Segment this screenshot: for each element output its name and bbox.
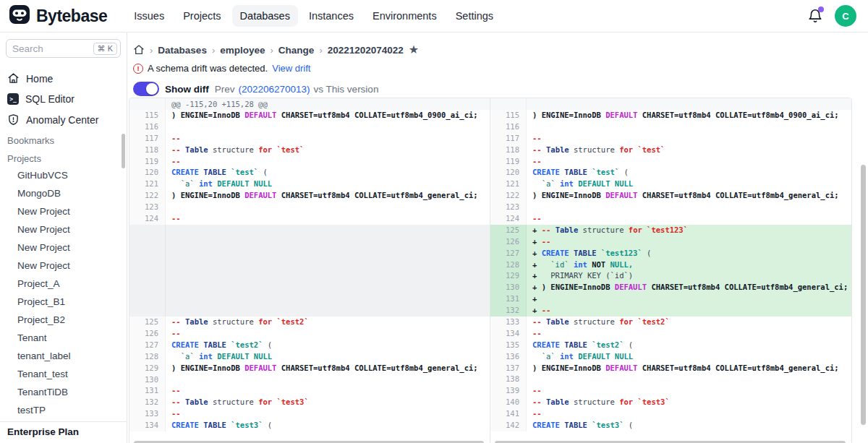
diff-panel-current: 115) ENGINE=InnoDB DEFAULT CHARSET=utf8m… <box>490 98 851 443</box>
user-avatar[interactable]: C <box>835 5 856 27</box>
diff-row-right-133: 133-- Table structure for `test2` <box>490 317 851 328</box>
diff-row-left-116: 116 <box>129 121 490 133</box>
diff-row-right-137: 137) ENGINE=InnoDB DEFAULT CHARSET=utf8m… <box>490 363 851 374</box>
bytebase-logo[interactable]: Bytebase <box>9 4 107 28</box>
diff-row-left-130: 130 <box>129 374 490 386</box>
diff-row-left-132: 132-- Table structure for `test3` <box>129 397 490 408</box>
sidebar: ⌘ K Home>_SQL EditorAnomaly Center Bookm… <box>0 33 127 443</box>
notifications-button[interactable] <box>807 8 823 24</box>
drift-warning: ! A schema drift was detected. View drif… <box>127 56 868 74</box>
sidebar-scrollbar[interactable] <box>122 134 125 168</box>
diff-row-left-119: 119-- <box>129 156 490 168</box>
sidebar-project-project_a[interactable]: Project_A <box>0 275 127 293</box>
nav-item-settings[interactable]: Settings <box>448 5 501 27</box>
nav-item-projects[interactable]: Projects <box>175 5 229 27</box>
nav-item-issues[interactable]: Issues <box>126 5 172 27</box>
hunk-header: @@ -115,20 +115,28 @@ <box>129 98 490 110</box>
diff-row-right-136: 136 `a` int DEFAULT NULL <box>490 351 851 363</box>
plan-badge: Enterprise Plan <box>0 421 127 443</box>
diff-row-right-116: 116 <box>490 121 851 133</box>
sidebar-project-tenanttidb[interactable]: TenantTiDB <box>0 383 127 401</box>
brand-name: Bytebase <box>36 7 107 26</box>
diff-row-right-122: 122) ENGINE=InnoDB DEFAULT CHARSET=utf8m… <box>490 190 851 202</box>
sidebar-project-new-project[interactable]: New Project <box>0 220 127 238</box>
page-vertical-scrollbar[interactable] <box>861 165 866 425</box>
prev-version-link[interactable]: (202206270013) <box>239 84 310 95</box>
bell-icon <box>807 14 823 26</box>
notification-dot <box>818 7 824 12</box>
hunk-header <box>490 98 851 110</box>
search-input[interactable] <box>12 43 93 54</box>
diff-row-left-121: 121 `a` int DEFAULT NULL <box>129 179 490 190</box>
home-icon <box>7 72 20 85</box>
diff-row-right-131: 131+ <box>490 293 851 305</box>
sidebar-project-testtp[interactable]: testTP <box>0 401 127 419</box>
sidebar-project-new-project[interactable]: New Project <box>0 257 127 275</box>
diff-row-right-134: 134-- <box>490 328 851 340</box>
diff-row-right-115: 115) ENGINE=InnoDB DEFAULT CHARSET=utf8m… <box>490 110 851 121</box>
star-icon[interactable]: ★ <box>409 44 419 56</box>
sidebar-project-githubvcs[interactable]: GitHubVCS <box>0 166 127 184</box>
diff-row-right-121: 121 `a` int DEFAULT NULL <box>490 179 851 190</box>
diff-row-left-115: 115) ENGINE=InnoDB DEFAULT CHARSET=utf8m… <box>129 110 490 121</box>
diff-row-right-140: 140-- Table structure for `test3` <box>490 397 851 408</box>
main-content: ›Databases›employee›Change›2022120207402… <box>127 33 868 443</box>
diff-row-left-118: 118-- Table structure for `test` <box>129 145 490 156</box>
sidebar-item-home[interactable]: Home <box>0 68 127 89</box>
breadcrumb-item[interactable]: employee <box>220 45 265 56</box>
alert-circle-icon: ! <box>133 64 143 74</box>
section-label-projects: Projects <box>0 148 127 166</box>
diff-row-left-133: 133-- <box>129 408 490 420</box>
diff-row-left-131: 131-- <box>129 385 490 397</box>
nav-item-databases[interactable]: Databases <box>232 5 298 27</box>
view-drift-link[interactable]: View drift <box>272 63 310 74</box>
sidebar-nav: Home>_SQL EditorAnomaly Center <box>0 68 127 130</box>
diff-row-right-138: 138 <box>490 374 851 385</box>
breadcrumb-item[interactable]: Databases <box>158 45 207 56</box>
diff-row-left-123: 123 <box>129 202 490 213</box>
sidebar-item-anomaly-center[interactable]: Anomaly Center <box>0 109 127 130</box>
diff-row-right-142: 142CREATE TABLE `test3` ( <box>490 420 851 431</box>
sidebar-item-sql-editor[interactable]: >_SQL Editor <box>0 89 127 109</box>
diff-row-right-127: 127+ CREATE TABLE `test123` ( <box>490 248 851 259</box>
sidebar-project-tenant_test[interactable]: Tenant_test <box>0 365 127 383</box>
diff-row-left-129: 129) ENGINE=InnoDB DEFAULT CHARSET=utf8m… <box>129 363 490 374</box>
home-icon[interactable] <box>133 44 145 56</box>
nav-item-instances[interactable]: Instances <box>301 5 362 27</box>
vs-label: vs This version <box>314 84 379 95</box>
diff-row-right-132: 132+ -- <box>490 305 851 317</box>
main-nav: IssuesProjectsDatabasesInstancesEnvironm… <box>126 5 501 27</box>
search-box[interactable]: ⌘ K <box>6 39 121 58</box>
breadcrumb-item[interactable]: Change <box>278 45 315 56</box>
diff-row-right-125: 125+ -- Table structure for `test123` <box>490 225 851 236</box>
show-diff-toggle[interactable] <box>133 82 159 96</box>
diff-panel-previous: @@ -115,20 +115,28 @@115) ENGINE=InnoDB … <box>129 98 490 443</box>
sidebar-project-new-project[interactable]: New Project <box>0 202 127 220</box>
sidebar-project-tenant[interactable]: Tenant <box>0 329 127 347</box>
diff-row-left-134: 134CREATE TABLE `test3` ( <box>129 420 490 431</box>
breadcrumb: ›Databases›employee›Change›2022120207402… <box>127 33 868 56</box>
diff-gap <box>129 225 490 317</box>
diff-row-right-135: 135CREATE TABLE `test2` ( <box>490 340 851 351</box>
sql-editor-icon: >_ <box>7 93 19 105</box>
diff-row-left-117: 117-- <box>129 133 490 145</box>
diff-row-right-124: 124-- <box>490 213 851 225</box>
search-shortcut-badge: ⌘ K <box>93 43 117 55</box>
section-label-bookmarks: Bookmarks <box>0 130 127 148</box>
breadcrumb-item[interactable]: 20221202074022 <box>328 45 404 56</box>
diff-row-right-130: 130+ ) ENGINE=InnoDB DEFAULT CHARSET=utf… <box>490 282 851 293</box>
diff-row-right-139: 139-- <box>490 385 851 397</box>
drift-message: A schema drift was detected. <box>148 63 268 74</box>
sidebar-project-project_b2[interactable]: Project_B2 <box>0 311 127 329</box>
diff-row-left-120: 120CREATE TABLE `test` ( <box>129 167 490 179</box>
diff-row-left-125: 125-- Table structure for `test2` <box>129 317 490 328</box>
nav-item-environments[interactable]: Environments <box>365 5 445 27</box>
sidebar-project-mongodb[interactable]: MongoDB <box>0 184 127 202</box>
sidebar-project-project_b1[interactable]: Project_B1 <box>0 293 127 311</box>
diff-row-right-128: 128+ `id` int NOT NULL, <box>490 259 851 271</box>
diff-view: @@ -115,20 +115,28 @@115) ENGINE=InnoDB … <box>129 98 852 443</box>
sidebar-project-new-project[interactable]: New Project <box>0 238 127 257</box>
diff-row-right-119: 119-- <box>490 156 851 168</box>
diff-row-right-123: 123 <box>490 202 851 213</box>
sidebar-project-tenant_label[interactable]: tenant_label <box>0 347 127 365</box>
